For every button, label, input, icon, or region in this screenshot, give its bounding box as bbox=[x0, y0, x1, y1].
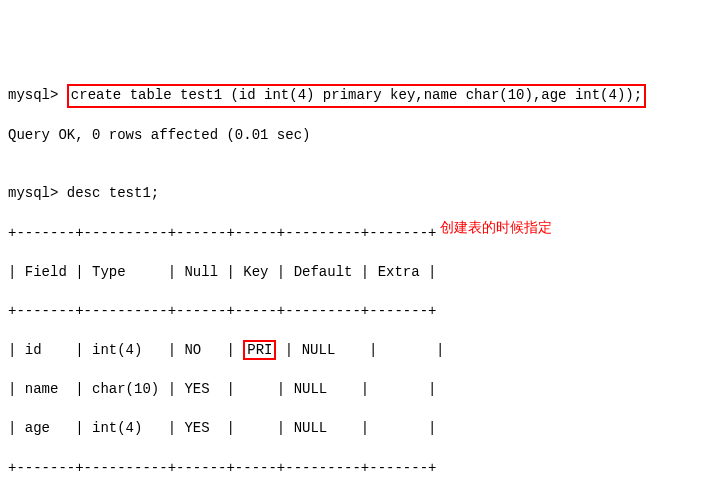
table1-row-age: | age | int(4) | YES | | NULL | | bbox=[8, 419, 719, 439]
prompt: mysql> bbox=[8, 87, 58, 103]
highlight-create-test1: create table test1 (id int(4) primary ke… bbox=[67, 84, 646, 108]
line-queryok1: Query OK, 0 rows affected (0.01 sec) bbox=[8, 126, 719, 146]
table1-header: | Field | Type | Null | Key | Default | … bbox=[8, 263, 719, 283]
highlight-pri-1: PRI bbox=[243, 340, 276, 360]
table1-sep-top: +-------+----------+------+-----+-------… bbox=[8, 224, 719, 244]
line-cmd1: mysql> create table test1 (id int(4) pri… bbox=[8, 86, 719, 106]
table1-row-id: | id | int(4) | NO | PRI | NULL | | bbox=[8, 341, 719, 361]
table1-sep-mid: +-------+----------+------+-----+-------… bbox=[8, 302, 719, 322]
table1-row-name: | name | char(10) | YES | | NULL | | bbox=[8, 380, 719, 400]
line-desc1: mysql> desc test1; bbox=[8, 184, 719, 204]
annotation-label: 创建表的时候指定 bbox=[440, 218, 552, 238]
table1-sep-bot: +-------+----------+------+-----+-------… bbox=[8, 459, 719, 479]
